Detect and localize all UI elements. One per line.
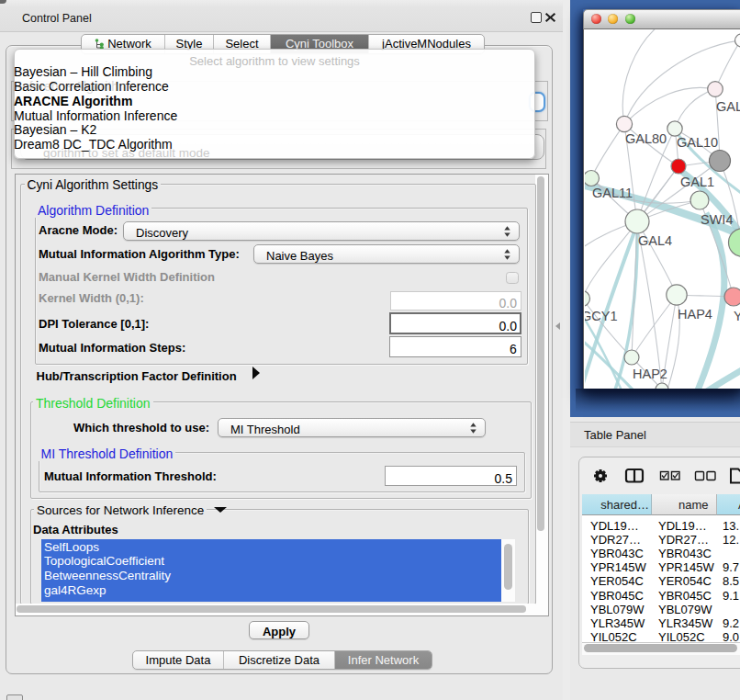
svg-text:GAL1: GAL1 bbox=[680, 175, 714, 189]
svg-text:GAL7: GAL7 bbox=[716, 99, 740, 114]
svg-text:GAL11: GAL11 bbox=[592, 186, 633, 200]
svg-text:Y: Y bbox=[734, 309, 740, 323]
svg-text:GAL80: GAL80 bbox=[625, 131, 667, 146]
svg-text:HAP4: HAP4 bbox=[678, 307, 712, 322]
svg-text:GAL10: GAL10 bbox=[677, 135, 718, 150]
svg-text:SWI4: SWI4 bbox=[701, 212, 733, 227]
svg-text:GCY1: GCY1 bbox=[585, 309, 618, 323]
svg-text:GAL4: GAL4 bbox=[638, 233, 672, 248]
svg-text:HAP2: HAP2 bbox=[633, 367, 667, 381]
